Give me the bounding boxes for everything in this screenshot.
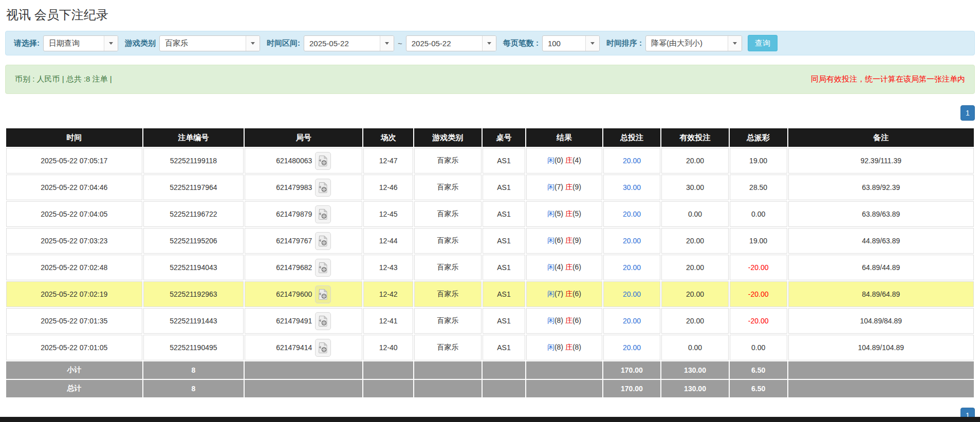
cell-game-category: 百家乐 <box>414 175 481 200</box>
film-file-icon <box>318 289 328 300</box>
table-row: 2025-05-22 07:03:23 522521195206 6214797… <box>6 228 974 254</box>
cell-table-no: AS1 <box>483 335 526 360</box>
cell-game-category: 百家乐 <box>414 335 481 360</box>
cell-session: 12-45 <box>363 201 413 227</box>
cell-remark: 64.89/44.89 <box>788 255 974 280</box>
video-replay-button[interactable] <box>315 259 331 277</box>
film-file-icon <box>318 315 328 327</box>
currency-summary-bar: 币别 : 人民币 | 总共 :8 注单 | 同局有效投注，统一计算在该局第一张注… <box>5 65 975 94</box>
cell-round-id: 621479983 <box>245 175 362 200</box>
cell-result: 闲(7) 庄(9) <box>526 175 602 200</box>
video-replay-button[interactable] <box>315 205 331 223</box>
subtotal-count: 8 <box>143 361 244 379</box>
total-bet-link[interactable]: 20.00 <box>623 237 641 245</box>
cell-round-id: 621479414 <box>245 335 362 360</box>
result-banker: 庄 <box>565 156 572 164</box>
cell-bet-id: 522521192963 <box>143 281 244 307</box>
total-bet-link[interactable]: 20.00 <box>623 157 641 165</box>
subtotal-row: 小计 8 170.00 130.00 6.50 <box>6 361 974 379</box>
subtotal-valid-bet: 130.00 <box>661 361 728 379</box>
cell-game-category: 百家乐 <box>414 255 481 280</box>
cell-game-category: 百家乐 <box>414 281 481 307</box>
video-replay-button[interactable] <box>315 285 331 303</box>
cell-game-category: 百家乐 <box>414 201 481 227</box>
result-player-score: (8) <box>554 316 563 324</box>
total-payout: 6.50 <box>730 380 787 397</box>
result-banker-score: (4) <box>572 156 581 164</box>
chevron-down-icon <box>585 36 599 51</box>
cell-game-category: 百家乐 <box>414 148 481 174</box>
table-row: 2025-05-22 07:01:35 522521191443 6214794… <box>6 308 974 334</box>
table-row: 2025-05-22 07:02:19 522521192963 6214796… <box>6 281 974 307</box>
date-from-select[interactable]: 2025-05-22 <box>304 35 394 51</box>
video-replay-button[interactable] <box>315 152 331 170</box>
video-replay-button[interactable] <box>315 232 331 250</box>
query-type-select[interactable]: 日期查询 <box>43 35 118 51</box>
cell-round-id: 621479682 <box>245 255 362 280</box>
total-bet-link[interactable]: 30.00 <box>623 183 641 191</box>
result-banker: 庄 <box>565 183 572 191</box>
video-replay-button[interactable] <box>315 312 331 330</box>
result-player: 闲 <box>547 316 554 324</box>
empty-cell <box>245 380 362 397</box>
cell-valid-bet: 20.00 <box>661 228 728 254</box>
time-sort-label: 时间排序 : <box>606 39 642 48</box>
total-bet-link[interactable]: 20.00 <box>623 290 641 298</box>
total-bet-link[interactable]: 20.00 <box>623 343 641 352</box>
total-bet-link[interactable]: 20.00 <box>623 317 641 325</box>
pagination-top: 1 <box>5 105 975 121</box>
cell-valid-bet: 20.00 <box>661 308 728 334</box>
cell-table-no: AS1 <box>483 308 526 334</box>
cell-bet-id: 522521191443 <box>143 308 244 334</box>
cell-result: 闲(7) 庄(6) <box>526 281 602 307</box>
cell-time: 2025-05-22 07:02:19 <box>6 281 142 307</box>
cell-time: 2025-05-22 07:01:05 <box>6 335 142 360</box>
cell-bet-id: 522521190495 <box>143 335 244 360</box>
cell-result: 闲(0) 庄(4) <box>526 148 602 174</box>
search-button[interactable]: 查询 <box>748 35 778 51</box>
film-file-icon <box>318 208 328 220</box>
total-label: 总计 <box>6 380 142 397</box>
time-sort-select[interactable]: 降幂(由大到小) <box>645 35 742 51</box>
total-bet-link[interactable]: 20.00 <box>623 263 641 272</box>
result-banker-score: (5) <box>572 209 581 218</box>
col-round-id: 局号 <box>245 128 362 147</box>
cell-payout: 0.00 <box>730 201 787 227</box>
cell-table-no: AS1 <box>483 148 526 174</box>
cell-table-no: AS1 <box>483 175 526 200</box>
film-file-icon <box>318 342 328 354</box>
cell-table-no: AS1 <box>483 281 526 307</box>
cell-session: 12-43 <box>363 255 413 280</box>
col-time: 时间 <box>6 128 142 147</box>
empty-cell <box>526 361 602 379</box>
result-player: 闲 <box>547 263 554 271</box>
page-size-value: 100 <box>543 36 585 51</box>
empty-cell <box>483 380 526 397</box>
result-banker: 庄 <box>565 316 572 324</box>
film-file-icon <box>318 182 328 194</box>
table-row: 2025-05-22 07:02:48 522521194043 6214796… <box>6 255 974 280</box>
page-size-select[interactable]: 100 <box>542 35 600 51</box>
cell-payout: -20.00 <box>730 281 787 307</box>
cell-remark: 104.89/104.89 <box>788 335 974 360</box>
result-banker: 庄 <box>565 236 572 244</box>
total-total-bet: 170.00 <box>603 380 661 397</box>
cell-table-no: AS1 <box>483 228 526 254</box>
result-player: 闲 <box>547 343 554 351</box>
result-player-score: (7) <box>554 183 563 191</box>
cell-result: 闲(8) 庄(6) <box>526 308 602 334</box>
chevron-down-icon <box>380 36 394 51</box>
col-total-bet: 总投注 <box>603 128 661 147</box>
cell-bet-id: 522521199118 <box>143 148 244 174</box>
subtotal-label: 小计 <box>6 361 142 379</box>
round-id-text: 621479983 <box>276 183 312 191</box>
result-banker: 庄 <box>565 209 572 218</box>
empty-cell <box>363 380 413 397</box>
total-bet-link[interactable]: 20.00 <box>623 210 641 218</box>
video-replay-button[interactable] <box>315 339 331 357</box>
date-to-select[interactable]: 2025-05-22 <box>406 35 496 51</box>
video-replay-button[interactable] <box>315 179 331 197</box>
game-category-select[interactable]: 百家乐 <box>159 35 260 51</box>
page-1-button[interactable]: 1 <box>960 105 975 121</box>
cell-result: 闲(4) 庄(6) <box>526 255 602 280</box>
